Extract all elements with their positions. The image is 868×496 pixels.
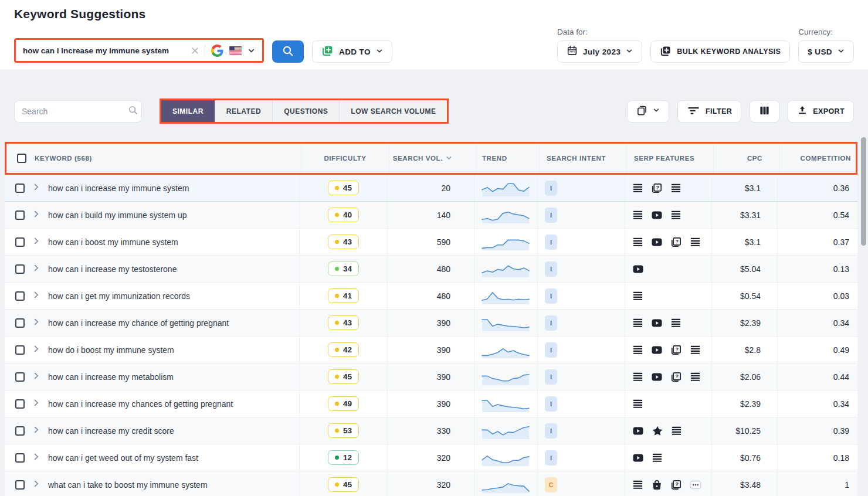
row-checkbox[interactable]	[15, 184, 25, 193]
difficulty-badge: 43	[328, 315, 359, 330]
keyword-text[interactable]: how can i increase my metabolism	[48, 372, 174, 382]
search-volume-value: 390	[387, 310, 474, 336]
expand-chevron-icon[interactable]	[32, 372, 40, 382]
filter-button[interactable]: FILTER	[677, 100, 741, 123]
column-search-volume[interactable]: SEARCH VOL.	[393, 155, 443, 162]
search-volume-value: 590	[387, 229, 474, 255]
cpc-value: $0.54	[711, 283, 777, 309]
column-trend[interactable]: TREND	[476, 144, 539, 173]
expand-chevron-icon[interactable]	[32, 345, 40, 355]
serp-features-cell: ?	[625, 471, 711, 496]
expand-chevron-icon[interactable]	[32, 318, 40, 328]
difficulty-badge: 45	[328, 181, 359, 195]
keyword-text[interactable]: how can i boost my immune system	[48, 237, 178, 247]
currency-dropdown[interactable]: $ USD	[798, 40, 854, 63]
difficulty-dot	[335, 348, 339, 352]
keyword-text[interactable]: how can i increase my testosterone	[48, 264, 177, 274]
keyword-text[interactable]: what can i take to boost my immune syste…	[48, 480, 208, 490]
svg-text:?: ?	[675, 481, 679, 487]
row-checkbox[interactable]	[15, 399, 25, 409]
row-checkbox[interactable]	[15, 480, 25, 490]
add-to-button[interactable]: ADD TO	[312, 40, 392, 63]
scrollbar-thumb[interactable]	[861, 137, 866, 246]
expand-chevron-icon[interactable]	[32, 183, 40, 193]
keyword-text[interactable]: how can i build my immune system up	[48, 210, 187, 220]
select-all-checkbox[interactable]	[17, 154, 26, 163]
bulk-keyword-analysis-button[interactable]: BULK KEYWORD ANALYSIS	[650, 40, 790, 63]
competition-value: 0.34	[777, 310, 857, 336]
clear-icon[interactable]	[191, 47, 199, 55]
table-row: what can i take to boost my immune syste…	[5, 471, 857, 496]
difficulty-value: 41	[343, 291, 352, 300]
expand-chevron-icon[interactable]	[32, 480, 40, 490]
currency-label: Currency:	[798, 28, 854, 36]
keyword-text[interactable]: how do i boost my immune system	[48, 345, 174, 355]
video-icon	[651, 317, 663, 329]
tab-low-search-volume[interactable]: LOW SEARCH VOLUME	[340, 100, 447, 122]
competition-value: 0.13	[777, 256, 857, 282]
tab-related[interactable]: RELATED	[215, 100, 273, 122]
google-icon	[211, 45, 223, 57]
keyword-text[interactable]: how can i get weed out of my system fast	[48, 453, 198, 463]
keyword-text[interactable]: how can i increase my immune system	[48, 184, 189, 193]
keyword-text[interactable]: how can i get my immunization records	[48, 291, 190, 301]
row-checkbox[interactable]	[15, 237, 25, 247]
expand-chevron-icon[interactable]	[32, 453, 40, 463]
svg-text:?: ?	[675, 238, 679, 244]
row-checkbox[interactable]	[15, 210, 25, 220]
search-volume-value: 390	[387, 390, 474, 417]
copy-dropdown-button[interactable]	[627, 100, 669, 123]
export-label: EXPORT	[813, 107, 845, 115]
column-competition[interactable]: COMPETITION	[779, 144, 859, 173]
trend-sparkline	[474, 256, 537, 282]
expand-chevron-icon[interactable]	[32, 399, 40, 409]
keyword-search-input[interactable]	[23, 46, 191, 55]
sort-chevron-icon[interactable]	[446, 155, 452, 162]
difficulty-value: 45	[343, 184, 352, 192]
keyword-text[interactable]: how can i increase my chances of getting…	[48, 399, 233, 409]
column-difficulty[interactable]: DIFFICULTY	[301, 144, 389, 173]
row-checkbox[interactable]	[15, 264, 25, 274]
currency-chevron-icon	[838, 47, 845, 56]
columns-button[interactable]	[750, 100, 779, 123]
serp-features-cell	[625, 390, 711, 417]
column-keyword[interactable]: KEYWORD (568)	[35, 155, 92, 162]
expand-chevron-icon[interactable]	[32, 426, 40, 436]
cpc-value: $2.06	[711, 363, 777, 390]
tab-similar[interactable]: SIMILAR	[161, 100, 215, 122]
keyword-text[interactable]: how can i increase my credit score	[48, 426, 174, 436]
search-intent-badge: I	[545, 208, 557, 223]
keyword-text[interactable]: how can i increase my chance of getting …	[48, 318, 229, 328]
column-search-intent[interactable]: SEARCH INTENT	[539, 144, 626, 173]
column-cpc[interactable]: CPC	[713, 144, 779, 173]
column-serp-features[interactable]: SERP FEATURES	[626, 144, 713, 173]
featured-snippet-icon	[632, 182, 643, 193]
competition-value: 0.37	[777, 229, 857, 255]
difficulty-badge: 45	[328, 369, 359, 384]
row-checkbox[interactable]	[15, 372, 25, 382]
expand-chevron-icon[interactable]	[32, 237, 40, 247]
table-search-input[interactable]	[22, 107, 128, 116]
expand-chevron-icon[interactable]	[32, 264, 40, 274]
difficulty-value: 45	[343, 480, 352, 489]
table-search-icon	[128, 105, 138, 118]
row-checkbox[interactable]	[15, 318, 25, 328]
expand-chevron-icon[interactable]	[32, 210, 40, 220]
search-button[interactable]	[272, 40, 304, 63]
svg-text:?: ?	[675, 346, 679, 352]
cpc-value: $3.48	[711, 471, 777, 496]
us-flag-icon	[229, 46, 242, 55]
difficulty-badge: 41	[328, 288, 359, 303]
difficulty-value: 43	[343, 318, 352, 327]
row-checkbox[interactable]	[15, 453, 25, 463]
export-button[interactable]: EXPORT	[788, 100, 854, 123]
row-checkbox[interactable]	[15, 345, 25, 355]
expand-chevron-icon[interactable]	[32, 291, 40, 301]
date-dropdown[interactable]: July 2023	[557, 40, 642, 63]
row-checkbox[interactable]	[15, 426, 25, 436]
difficulty-dot	[335, 429, 339, 433]
tab-questions[interactable]: QUESTIONS	[273, 100, 340, 122]
region-dropdown-chevron-icon[interactable]	[247, 47, 255, 55]
row-checkbox[interactable]	[15, 291, 25, 301]
difficulty-dot	[335, 294, 339, 298]
